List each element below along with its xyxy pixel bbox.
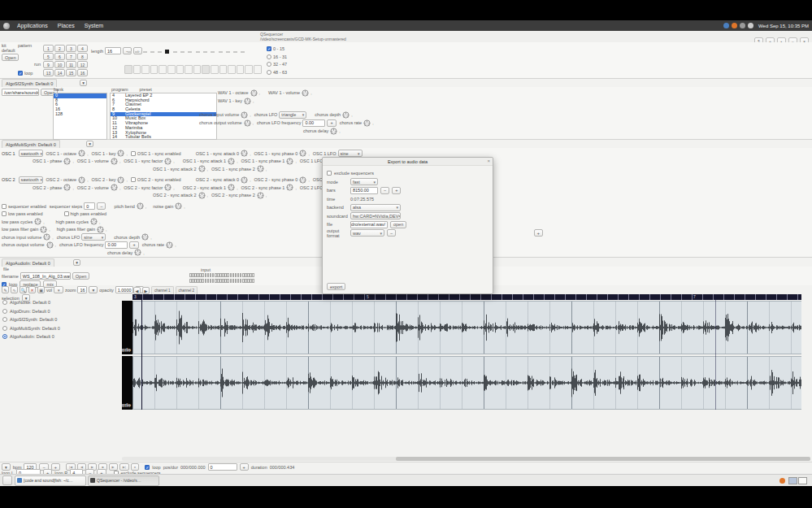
soundcard-dropdown[interactable]: hw:CARD=NVidia,DEV=0▾ <box>350 212 401 219</box>
pitch-bend-knob[interactable] <box>137 202 144 210</box>
wave-icon[interactable]: ∿ <box>11 286 18 293</box>
soundfont-path-field[interactable]: /usr/share/sounds/sf2 <box>2 89 39 96</box>
pad-button-16[interactable]: 16 <box>77 69 88 76</box>
pad-button-5[interactable]: 5 <box>43 53 54 60</box>
osc-2-sync-phase-1-knob[interactable] <box>286 184 293 191</box>
velocity-cell-11[interactable] <box>211 65 219 74</box>
network-icon[interactable] <box>740 23 745 28</box>
module-item-algosf2synth-default-0[interactable]: AlgoSf2Synth: Default 0 <box>2 317 60 322</box>
pad-button-15[interactable]: 15 <box>66 69 76 76</box>
workspace-2[interactable] <box>798 477 807 484</box>
chorus-lfo-frequency-value[interactable]: 0.00 <box>302 119 325 127</box>
audioin-tab-menu-button[interactable]: ▾ <box>73 259 80 266</box>
pad-button-11[interactable]: 11 <box>66 61 76 68</box>
pad-button-8[interactable]: 8 <box>77 53 88 60</box>
range-radio[interactable] <box>267 54 271 59</box>
pad-button-10[interactable]: 10 <box>54 61 65 68</box>
delete-icon[interactable]: ✕ <box>28 286 36 293</box>
module-item-algomultisynth-default-0[interactable]: AlgoMultiSynth: Default 0 <box>2 326 60 331</box>
wav-1-key-knob[interactable] <box>244 98 251 105</box>
module-item-algodrum-default-0[interactable]: AlgoDrum: Default 0 <box>2 309 60 314</box>
velocity-cell-6[interactable] <box>167 65 176 74</box>
step-3[interactable] <box>143 51 147 53</box>
sequencer-steps-minus-button[interactable]: − <box>97 202 106 210</box>
osc2-waveform-dropdown[interactable]: sawtooth▾ <box>19 176 43 184</box>
chorus-lfo-dropdown[interactable]: triangle▾ <box>279 111 306 119</box>
osc-2-sync-factor-knob[interactable] <box>164 184 172 191</box>
velocity-cell-3[interactable] <box>141 65 150 74</box>
step-14[interactable] <box>226 51 230 53</box>
step-9[interactable] <box>188 51 192 53</box>
pad-button-14[interactable]: 14 <box>54 69 65 76</box>
dialog-titlebar[interactable]: Export to audio data × <box>323 158 493 166</box>
velocity-cell-7[interactable] <box>176 65 185 74</box>
step-12[interactable] <box>211 51 215 53</box>
length-value[interactable]: 16 <box>105 47 121 54</box>
prev-channel-button[interactable]: ◀ <box>133 287 141 294</box>
tab-channel-1[interactable]: channel 1 <box>151 286 174 294</box>
velocity-cell-15[interactable] <box>245 65 253 74</box>
velocity-cell-5[interactable] <box>158 65 167 74</box>
notification-icon[interactable] <box>779 478 785 484</box>
range-16-31[interactable]: 16 - 31 <box>267 54 287 59</box>
mode-dropdown[interactable]: fast▾ <box>350 178 378 185</box>
module-radio[interactable] <box>2 300 7 305</box>
range-radio[interactable] <box>267 62 271 67</box>
filename-field[interactable]: WS_108_In_Alg_03.wav <box>20 272 71 280</box>
chorus-lfo-frequency-plus-button[interactable]: + <box>327 119 336 127</box>
pad-button-3[interactable]: 3 <box>66 45 76 52</box>
chorus-lfo-frequency-plus-button[interactable]: + <box>129 241 138 249</box>
osc-1-sync-enabled-checkbox[interactable] <box>131 151 136 156</box>
osc-2-sync-attack-2-knob[interactable] <box>198 192 206 199</box>
pad-button-2[interactable]: 2 <box>54 45 65 52</box>
osc-1-sync-factor-knob[interactable] <box>164 158 172 165</box>
menu-system[interactable]: System <box>80 20 108 31</box>
zoom-value[interactable]: 16 <box>77 286 87 293</box>
step-2[interactable] <box>135 51 139 53</box>
chorus-input-volume-knob[interactable] <box>241 111 248 119</box>
module-item-algonoise-default-0[interactable]: AlgoNoise: Default 0 <box>2 300 60 305</box>
step-5[interactable] <box>158 51 162 53</box>
pencil-icon[interactable]: ✎ <box>2 286 9 293</box>
velocity-cell-2[interactable] <box>133 65 141 74</box>
osc-1-sync-attack-0-knob[interactable] <box>241 150 248 157</box>
step-6[interactable] <box>165 50 169 54</box>
wav-1-volume-knob[interactable] <box>302 89 309 97</box>
low-pass-cycles-knob[interactable] <box>34 218 41 225</box>
bars-value[interactable]: 8150.00 <box>350 187 378 194</box>
playhead-marker[interactable] <box>141 294 142 410</box>
zoom-arrow-button[interactable]: ▾ <box>89 286 98 293</box>
step-7[interactable] <box>173 51 177 53</box>
osc-1-sync-attack-2-knob[interactable] <box>198 165 206 172</box>
show-desktop-icon[interactable] <box>2 475 12 485</box>
velocity-cell-4[interactable] <box>150 65 158 74</box>
workspace-switcher[interactable] <box>788 477 807 484</box>
horizontal-scrollbar[interactable] <box>122 457 810 461</box>
osc-2-phase-knob[interactable] <box>63 184 71 191</box>
exclude-sequencers-checkbox[interactable] <box>327 171 332 176</box>
kit-open-button[interactable]: Open <box>2 54 19 61</box>
osc1-waveform-dropdown[interactable]: sawtooth▾ <box>19 150 43 157</box>
osc-2-volume-knob[interactable] <box>111 184 118 191</box>
module-item-algoaudioin-default-0[interactable]: AlgoAudioIn: Default 0 <box>2 334 60 339</box>
pad-button-6[interactable]: 6 <box>54 53 65 60</box>
sequencer-steps-value[interactable]: 0 <box>84 202 95 210</box>
step-1[interactable] <box>128 51 132 53</box>
osc-2-sync-attack-1-knob[interactable] <box>228 184 235 191</box>
magnifier-icon[interactable]: 🔍 <box>20 286 27 293</box>
high-pass-cycles-knob[interactable] <box>90 218 98 225</box>
osc-1-octave-knob[interactable] <box>78 150 85 157</box>
menu-applications[interactable]: Applications <box>12 20 53 31</box>
velocity-cell-14[interactable] <box>237 65 245 74</box>
range-0-15[interactable]: 0 - 15 <box>267 46 287 51</box>
waveform-left[interactable] <box>132 301 801 354</box>
export-button[interactable]: export <box>327 283 345 290</box>
chorus-output-volume-knob[interactable] <box>244 119 251 127</box>
file-field[interactable]: /home/jpedro/external.wav <box>350 221 388 228</box>
high-pass-enabled-checkbox[interactable] <box>64 211 69 216</box>
pad-button-13[interactable]: 13 <box>43 69 54 76</box>
pad-button-1[interactable]: 1 <box>43 45 54 52</box>
bank-row-128[interactable]: 128 <box>54 112 106 117</box>
osc-1-volume-knob[interactable] <box>111 158 118 165</box>
velocity-cell-16[interactable] <box>254 65 262 74</box>
